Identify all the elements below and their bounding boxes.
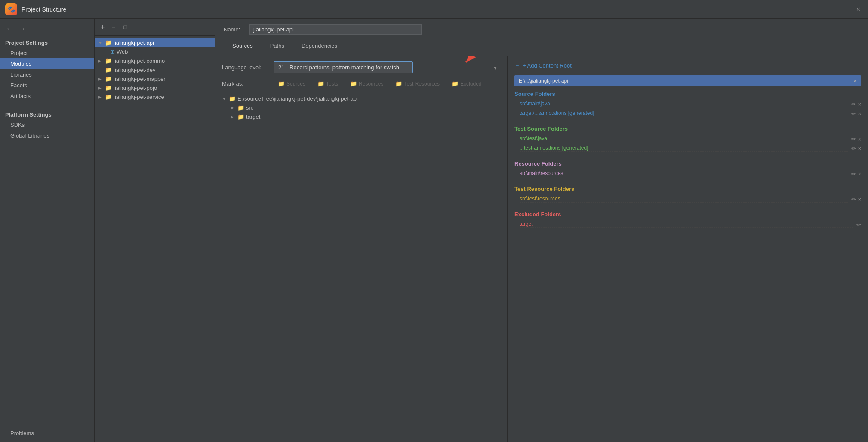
sidebar-item-facets[interactable]: Facets	[0, 80, 94, 91]
language-level-label: Language level:	[222, 64, 269, 71]
test-source-actions-1: ✏ ×	[851, 136, 861, 142]
excluded-folder-entry-1: target ✏	[514, 220, 861, 229]
source-path-2: target\...\annotations [generated]	[520, 110, 848, 117]
tree-item-web[interactable]: ⊕ Web	[95, 47, 215, 56]
tree-item-commo[interactable]: ▶ 📁 jialiangkj-pet-commo	[95, 56, 215, 65]
edit-source-1-button[interactable]: ✏	[851, 101, 856, 107]
copy-module-button[interactable]: ⧉	[121, 22, 129, 32]
source-path-1: src\main\java	[520, 101, 848, 107]
test-resources-folder-icon: 📁	[395, 80, 402, 87]
source-folder-actions-1: ✏ ×	[851, 101, 861, 107]
forward-button[interactable]: →	[17, 24, 28, 34]
add-content-root-button[interactable]: ＋ + Add Content Root	[514, 61, 861, 69]
sidebar-item-artifacts[interactable]: Artifacts	[0, 91, 94, 101]
target-folder-item[interactable]: ▶ 📁 target	[222, 112, 500, 121]
root-folder-icon: 📁	[229, 95, 236, 102]
tree-item-mapper[interactable]: ▶ 📁 jialiangkj-pet-mapper	[95, 74, 215, 83]
root-path-item[interactable]: ▼ 📁 E:\sourceTree\jialiangkj-pet-dev\jia…	[222, 94, 500, 103]
sidebar-item-libraries[interactable]: Libraries	[0, 69, 94, 80]
delete-test-source-2-button[interactable]: ×	[858, 145, 861, 152]
target-text: target	[246, 114, 260, 120]
sidebar-item-modules[interactable]: Modules	[0, 58, 94, 69]
module-toolbar: + − ⧉	[95, 19, 215, 36]
edit-test-source-2-button[interactable]: ✏	[851, 145, 856, 152]
module-label-dev: jialiangkj-pet-dev	[114, 67, 156, 73]
tab-paths[interactable]: Paths	[262, 40, 293, 52]
tree-item-dev[interactable]: 📁 jialiangkj-pet-dev	[95, 65, 215, 74]
module-label-commo: jialiangkj-pet-commo	[114, 58, 165, 64]
tests-folder-icon: 📁	[317, 80, 324, 87]
test-resource-path-1: src\test\resources	[520, 196, 848, 203]
content-header: Name: Sources Paths Dependencies	[215, 19, 868, 56]
tree-item-api[interactable]: ▼ 📁 jialiangkj-pet-api	[95, 38, 215, 47]
plus-icon: ＋	[514, 61, 520, 69]
resource-folder-entry-1: src\main\resources ✏ ×	[514, 169, 861, 178]
tree-arrow-commo: ▶	[98, 58, 103, 63]
src-text: src	[246, 104, 253, 111]
delete-source-1-button[interactable]: ×	[858, 101, 861, 107]
module-icon-pojo: 📁	[105, 85, 112, 91]
resource-folders-title: Resource Folders	[514, 160, 861, 167]
excluded-path-1: target	[520, 221, 853, 228]
sidebar-item-project[interactable]: Project	[0, 48, 94, 58]
src-folder-item[interactable]: ▶ 📁 src	[222, 103, 500, 112]
excluded-folder-actions-1: ✏	[856, 221, 861, 228]
add-content-root-label: + Add Content Root	[523, 62, 572, 69]
project-settings-header: Project Settings	[0, 37, 94, 48]
main-container: ← → Project Settings Project Modules Lib…	[0, 19, 868, 442]
delete-resource-1-button[interactable]: ×	[858, 171, 861, 177]
sidebar: ← → Project Settings Project Modules Lib…	[0, 19, 95, 442]
resource-path-1: src\main\resources	[520, 170, 848, 177]
tab-sources[interactable]: Sources	[224, 40, 262, 52]
module-label-mapper: jialiangkj-pet-mapper	[114, 76, 166, 82]
name-input[interactable]	[249, 24, 422, 35]
delete-test-source-1-button[interactable]: ×	[858, 136, 861, 142]
back-button[interactable]: ←	[4, 24, 15, 34]
sidebar-item-sdks[interactable]: SDKs	[0, 120, 94, 130]
sidebar-item-problems[interactable]: Problems	[0, 428, 94, 439]
edit-source-2-button[interactable]: ✏	[851, 110, 856, 117]
edit-test-resource-1-button[interactable]: ✏	[851, 196, 856, 203]
tree-arrow-api: ▼	[98, 40, 103, 45]
edit-test-source-1-button[interactable]: ✏	[851, 136, 856, 142]
close-button[interactable]: ×	[854, 5, 863, 14]
module-tree: ▼ 📁 jialiangkj-pet-api ⊕ Web ▶ 📁 jialian…	[95, 36, 215, 442]
tree-item-service[interactable]: ▶ 📁 jialiangkj-pet-service	[95, 92, 215, 101]
nav-buttons: ← →	[0, 22, 94, 37]
test-resource-entry-1: src\test\resources ✏ ×	[514, 195, 861, 203]
test-source-path-2: ...test-annotations [generated]	[520, 145, 848, 152]
name-row: Name:	[224, 24, 859, 35]
file-tree: ▼ 📁 E:\sourceTree\jialiangkj-pet-dev\jia…	[222, 94, 500, 121]
sidebar-item-global-libraries[interactable]: Global Libraries	[0, 130, 94, 141]
mark-test-resources-button: 📁 Test Resources	[392, 79, 443, 88]
test-source-folders-title: Test Source Folders	[514, 126, 861, 132]
file-tree-panel: Language level: 21 - Reco	[215, 56, 508, 442]
delete-test-resource-1-button[interactable]: ×	[858, 196, 861, 203]
tab-dependencies[interactable]: Dependencies	[293, 40, 346, 52]
sources-folder-icon: 📁	[278, 80, 285, 87]
source-folder-actions-2: ✏ ×	[851, 110, 861, 117]
tree-item-pojo[interactable]: ▶ 📁 jialiangkj-pet-pojo	[95, 83, 215, 92]
test-source-entry-2: ...test-annotations [generated] ✏ ×	[514, 144, 861, 153]
edit-resource-1-button[interactable]: ✏	[851, 171, 856, 177]
excluded-folders-title: Excluded Folders	[514, 211, 861, 218]
module-label-pojo: jialiangkj-pet-pojo	[114, 85, 157, 91]
mark-excluded-button: 📁 Excluded	[448, 79, 485, 88]
edit-excluded-1-button[interactable]: ✏	[856, 221, 861, 228]
language-level-dropdown[interactable]: 21 - Record patterns, pattern matching f…	[274, 61, 413, 73]
content-area: Name: Sources Paths Dependencies Languag…	[215, 19, 868, 442]
web-icon: ⊕	[110, 49, 115, 55]
module-icon-commo: 📁	[105, 58, 112, 64]
add-module-button[interactable]: +	[99, 22, 106, 32]
language-level-row: Language level: 21 - Reco	[222, 61, 500, 73]
remove-module-button[interactable]: −	[110, 22, 117, 32]
path-header: E:\...\jialiangkj-pet-api ×	[514, 75, 861, 86]
mark-as-label: Mark as:	[222, 80, 269, 87]
dropdown-arrow-icon: ▾	[494, 64, 497, 71]
module-icon-service: 📁	[105, 94, 112, 100]
mark-sources-button: 📁 Sources	[274, 79, 309, 88]
delete-source-2-button[interactable]: ×	[858, 110, 861, 117]
path-close-button[interactable]: ×	[853, 77, 857, 84]
app-icon: 🐾	[5, 3, 17, 15]
path-header-text: E:\...\jialiangkj-pet-api	[519, 78, 568, 84]
